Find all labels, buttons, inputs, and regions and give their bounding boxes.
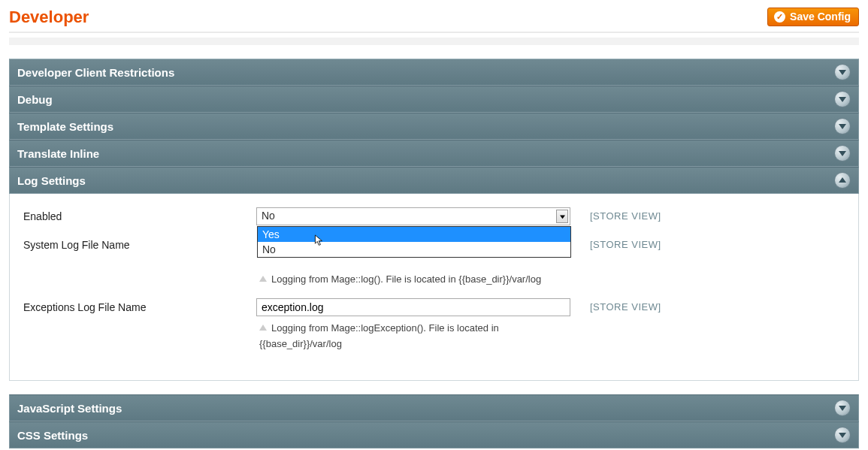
page-title: Developer <box>9 8 89 27</box>
enabled-select-value: No <box>262 210 275 222</box>
row-exceptions-log-file-name: Exceptions Log File Name Logging from Ma… <box>23 298 845 363</box>
svg-marker-6 <box>839 406 846 411</box>
label-system-log: System Log File Name <box>23 236 256 298</box>
divider-thick <box>9 38 859 45</box>
enabled-dropdown-list: Yes No <box>257 226 571 258</box>
save-config-button[interactable]: ✓ Save Config <box>767 8 859 26</box>
chevron-up-icon <box>834 172 851 189</box>
divider <box>9 32 859 33</box>
section-title: JavaScript Settings <box>17 402 122 415</box>
svg-marker-1 <box>839 97 846 102</box>
section-css-settings[interactable]: CSS Settings <box>9 421 859 448</box>
chevron-down-icon <box>834 145 851 162</box>
scope-system-log: [STORE VIEW] <box>579 236 845 298</box>
triangle-up-icon <box>259 276 267 282</box>
section-log-settings[interactable]: Log Settings <box>9 167 859 194</box>
chevron-down-icon <box>834 64 851 80</box>
section-template-settings[interactable]: Template Settings <box>9 113 859 140</box>
section-title: Developer Client Restrictions <box>17 66 174 79</box>
section-title: Template Settings <box>17 120 113 133</box>
chevron-down-icon <box>834 427 851 443</box>
chevron-down-icon <box>834 400 851 416</box>
scope-exception-log: [STORE VIEW] <box>579 298 845 363</box>
section-title: CSS Settings <box>17 429 88 442</box>
spacer <box>9 381 859 394</box>
hint-system-log: Logging from Mage::log(). File is locate… <box>256 272 579 288</box>
svg-marker-2 <box>839 124 846 129</box>
log-settings-panel: Enabled No Yes No [STORE <box>9 194 859 381</box>
label-exception-log: Exceptions Log File Name <box>23 298 256 363</box>
section-debug[interactable]: Debug <box>9 86 859 113</box>
section-developer-client-restrictions[interactable]: Developer Client Restrictions <box>9 59 859 86</box>
enabled-option-no[interactable]: No <box>258 242 570 257</box>
section-title: Debug <box>17 93 53 106</box>
svg-marker-4 <box>839 177 846 183</box>
check-circle-icon: ✓ <box>774 11 785 23</box>
section-title: Log Settings <box>17 174 86 187</box>
section-javascript-settings[interactable]: JavaScript Settings <box>9 394 859 421</box>
chevron-down-icon <box>834 118 851 134</box>
exception-log-input[interactable] <box>256 298 570 316</box>
svg-marker-3 <box>839 151 846 156</box>
triangle-up-icon <box>259 325 267 331</box>
enabled-option-yes[interactable]: Yes <box>258 227 570 242</box>
hint-exception-log: Logging from Mage::logException(). File … <box>256 321 579 352</box>
svg-marker-5 <box>560 215 565 219</box>
svg-marker-0 <box>839 70 846 75</box>
dropdown-arrow-icon <box>556 210 568 223</box>
svg-marker-7 <box>839 433 846 438</box>
page-header: Developer ✓ Save Config <box>9 8 859 27</box>
enabled-select[interactable]: No Yes No <box>256 207 570 225</box>
section-translate-inline[interactable]: Translate Inline <box>9 140 859 167</box>
scope-enabled: [STORE VIEW] <box>579 207 845 236</box>
row-enabled: Enabled No Yes No [STORE <box>23 207 845 236</box>
save-config-label: Save Config <box>790 11 851 23</box>
chevron-down-icon <box>834 91 851 107</box>
section-title: Translate Inline <box>17 147 99 160</box>
label-enabled: Enabled <box>23 207 256 236</box>
